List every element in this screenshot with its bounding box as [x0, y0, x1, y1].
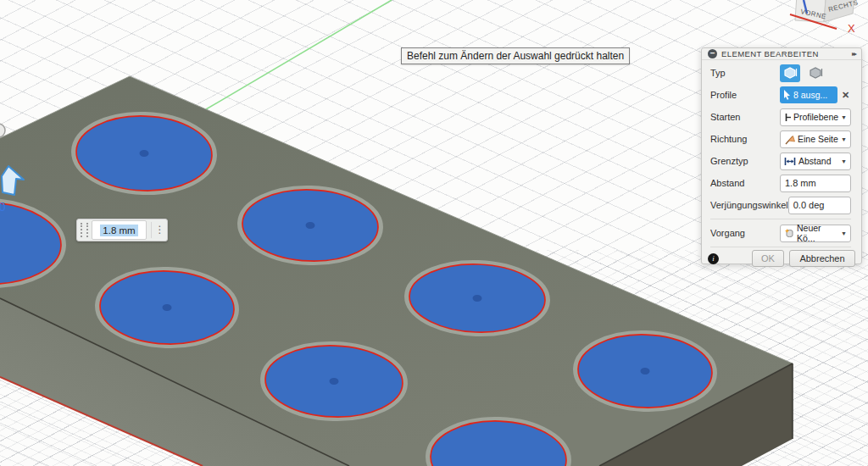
- profile-plane-icon: [784, 112, 791, 123]
- panel-collapse-icon[interactable]: ▸▸: [852, 50, 855, 58]
- profile-selection-count: 8 ausg...: [793, 90, 827, 100]
- abstand-label: Abstand: [710, 178, 780, 188]
- separator: [710, 247, 851, 247]
- extent-type-dropdown[interactable]: Abstand ▼: [780, 153, 851, 170]
- dimension-text: 30: [0, 200, 6, 214]
- taper-angle-input[interactable]: 0.0 deg: [788, 197, 851, 214]
- fusion-canvas[interactable]: 30 VORNE RECHTS X Befehl zum Ändern der …: [0, 0, 868, 466]
- cursor-icon: [783, 90, 791, 100]
- operation-dropdown[interactable]: Neuer Kö... ▼: [780, 225, 851, 242]
- dialog-title: ELEMENT BEARBEITEN: [721, 49, 819, 58]
- drag-grip-icon[interactable]: [81, 223, 88, 237]
- profile-label: Profile: [710, 90, 780, 100]
- clear-selection-icon[interactable]: ✕: [842, 90, 849, 101]
- row-typ: Typ: [710, 62, 851, 84]
- row-grenztyp: Grenztyp Abstand ▼: [710, 150, 851, 172]
- edit-feature-dialog: – ELEMENT BEARBEITEN ▸▸ Typ Profile: [701, 47, 862, 264]
- richtung-label: Richtung: [710, 134, 780, 144]
- profile-circle[interactable]: [574, 330, 715, 412]
- dialog-footer: i OK Abbrechen: [702, 250, 861, 269]
- tooltip: Befehl zum Ändern der Auswahl gedrückt h…: [401, 47, 630, 64]
- distance-input[interactable]: 1.8 mm: [780, 175, 851, 192]
- extrude-type-thin-icon[interactable]: [805, 64, 826, 82]
- start-value: Profilebene: [793, 112, 838, 122]
- dimension-input-box[interactable]: 1.8 mm ⋮: [76, 219, 168, 241]
- profile-circle[interactable]: [96, 267, 237, 348]
- distance-value: 1.8 mm: [785, 178, 816, 188]
- start-dropdown[interactable]: Profilebene ▼: [780, 108, 851, 126]
- row-richtung: Richtung Eine Seite ▼: [710, 128, 851, 150]
- cancel-button[interactable]: Abbrechen: [789, 250, 855, 267]
- extent-type-value: Abstand: [798, 156, 832, 166]
- new-body-icon: [784, 228, 794, 239]
- row-profile: Profile 8 ausg... ✕: [710, 84, 851, 106]
- collapse-circle-icon[interactable]: –: [708, 49, 717, 58]
- taper-angle-value: 0.0 deg: [793, 200, 825, 210]
- dimension-options-handle-icon[interactable]: ⋮: [151, 222, 167, 238]
- profile-circle[interactable]: [239, 186, 382, 265]
- row-abstand: Abstand 1.8 mm: [710, 172, 851, 194]
- origin-point: [0, 124, 5, 137]
- direction-value: Eine Seite: [798, 134, 838, 144]
- separator: [710, 219, 851, 219]
- extrude-type-solid-icon[interactable]: [780, 64, 800, 82]
- dimension-input-value[interactable]: 1.8 mm: [100, 225, 137, 236]
- chevron-down-icon: ▼: [841, 114, 847, 120]
- grenztyp-label: Grenztyp: [710, 156, 780, 166]
- dimension-input[interactable]: 1.8 mm: [92, 220, 147, 240]
- view-cube[interactable]: VORNE RECHTS X: [790, 0, 859, 35]
- distance-extent-icon: [784, 156, 796, 167]
- operation-label: Vorgang: [710, 228, 780, 238]
- direction-flag-icon: [784, 134, 795, 145]
- operation-value: Neuer Kö...: [797, 223, 838, 243]
- chevron-down-icon: ▼: [841, 158, 847, 164]
- chevron-down-icon: ▼: [841, 136, 847, 142]
- green-axis-line: [206, 0, 392, 109]
- chevron-down-icon: ▼: [841, 230, 847, 236]
- row-starten: Starten Profilebene ▼: [710, 106, 851, 128]
- info-icon[interactable]: i: [708, 253, 719, 264]
- row-winkel: Verjüngungswinkel 0.0 deg: [710, 194, 851, 216]
- x-axis-label: X: [848, 22, 855, 35]
- direction-dropdown[interactable]: Eine Seite ▼: [780, 130, 851, 148]
- dialog-header[interactable]: – ELEMENT BEARBEITEN ▸▸: [702, 48, 861, 60]
- ok-button[interactable]: OK: [752, 250, 784, 267]
- taper-angle-label: Verjüngungswinkel: [710, 200, 788, 210]
- profile-circle[interactable]: [72, 112, 215, 195]
- typ-label: Typ: [710, 68, 780, 78]
- starten-label: Starten: [710, 112, 780, 122]
- profile-selection-button[interactable]: 8 ausg...: [780, 86, 837, 103]
- row-vorgang: Vorgang Neuer Kö... ▼: [710, 222, 851, 244]
